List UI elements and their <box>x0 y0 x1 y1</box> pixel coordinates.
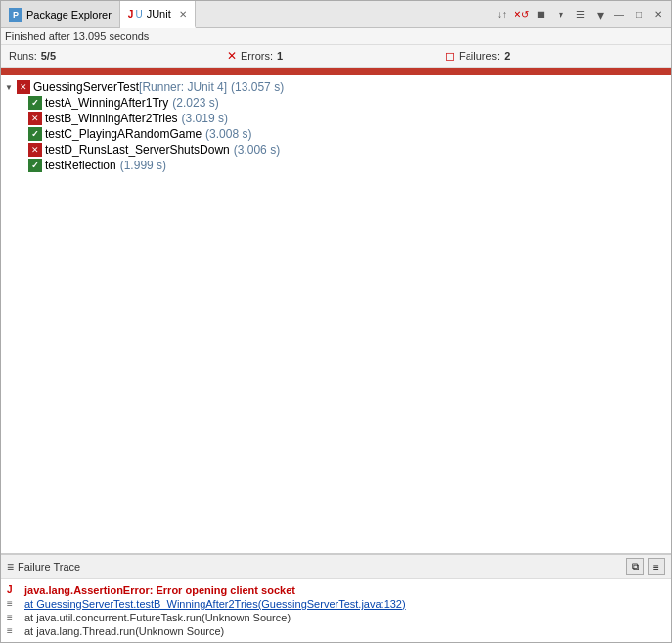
trace-line-text[interactable]: at GuessingServerTest.testB_WinningAfter… <box>24 598 406 610</box>
trace-line-text: java.lang.AssertionError: Error opening … <box>24 584 295 596</box>
toolbar-close-button[interactable]: ✕ <box>650 6 667 23</box>
failure-content: Jjava.lang.AssertionError: Error opening… <box>1 579 671 642</box>
toolbar-maximize-button[interactable]: □ <box>630 6 648 23</box>
test-tree[interactable]: ▼ ✕ GuessingServerTest [Runner: JUnit 4]… <box>1 75 671 554</box>
toolbar-rerun-button[interactable]: ↓↑ <box>493 6 511 23</box>
runs-label: Runs: <box>9 50 37 62</box>
test-item[interactable]: ✕testD_RunsLast_ServerShutsDown (3.006 s… <box>1 142 671 158</box>
junit-tab-icon-group: J U <box>128 9 143 20</box>
tab-package-explorer-label: Package Explorer <box>26 9 112 21</box>
failures-icon: ◻ <box>445 49 455 63</box>
failure-title-icon: ≡ <box>7 560 14 574</box>
suite-expand-icon[interactable]: ▼ <box>5 83 15 92</box>
failure-title-text: Failure Trace <box>18 561 80 573</box>
test-status-icon: ✓ <box>28 127 42 141</box>
package-explorer-icon: P <box>9 8 22 22</box>
test-status-icon: ✕ <box>28 143 42 157</box>
tab-junit-label: JUnit <box>147 8 171 20</box>
suite-time: (13.057 s) <box>231 80 284 94</box>
tab-bar: P Package Explorer J U JUnit ✕ ↓↑ ✕↺ ⏹ ▾… <box>1 1 671 28</box>
stat-failures: ◻ Failures: 2 <box>445 49 663 63</box>
trace-line[interactable]: ≡at GuessingServerTest.testB_WinningAfte… <box>7 597 665 611</box>
test-suite-row[interactable]: ▼ ✕ GuessingServerTest [Runner: JUnit 4]… <box>1 79 671 95</box>
trace-line-icon: ≡ <box>7 612 21 622</box>
stat-errors: ✕ Errors: 1 <box>227 49 445 63</box>
test-item[interactable]: ✓testC_PlayingARandomGame (3.008 s) <box>1 126 671 142</box>
failure-toolbar: ⧉ ≡ <box>626 558 665 575</box>
suite-name: GuessingServerTest <box>33 80 139 94</box>
trace-line-icon: J <box>7 584 21 595</box>
progress-bar <box>1 68 671 75</box>
tab-close-button[interactable]: ✕ <box>179 9 187 20</box>
suite-runner: [Runner: JUnit 4] <box>139 80 227 94</box>
trace-line-icon: ≡ <box>7 598 21 609</box>
failure-title: ≡ Failure Trace <box>7 560 80 574</box>
test-name: testA_WinningAfter1Try <box>45 96 168 110</box>
test-time: (2.023 s) <box>172 96 218 110</box>
failures-label: Failures: <box>459 50 500 62</box>
failure-header: ≡ Failure Trace ⧉ ≡ <box>1 555 671 579</box>
toolbar-menu-button[interactable]: ▾ <box>591 6 608 23</box>
junit-icon: J <box>128 9 134 20</box>
trace-line: ≡at java.util.concurrent.FutureTask.run(… <box>7 611 665 624</box>
toolbar-stop-button[interactable]: ⏹ <box>532 6 550 23</box>
trace-line-icon: ≡ <box>7 625 21 636</box>
failure-filter-button[interactable]: ≡ <box>648 558 665 575</box>
test-item[interactable]: ✓testA_WinningAfter1Try (2.023 s) <box>1 95 671 111</box>
runs-value: 5/5 <box>41 50 56 62</box>
test-status-icon: ✕ <box>28 112 42 125</box>
test-time: (3.019 s) <box>182 112 228 125</box>
failure-section: ≡ Failure Trace ⧉ ≡ Jjava.lang.Assertion… <box>1 554 671 642</box>
errors-value: 1 <box>277 50 283 62</box>
status-text: Finished after 13.095 seconds <box>5 30 149 42</box>
test-time: (1.999 s) <box>120 159 166 172</box>
test-status-icon: ✓ <box>28 159 42 172</box>
test-name: testC_PlayingARandomGame <box>45 127 202 141</box>
trace-line-text: at java.util.concurrent.FutureTask.run(U… <box>24 612 291 623</box>
toolbar-layout-button[interactable]: ☰ <box>571 6 589 23</box>
progress-bar-fill <box>1 68 671 75</box>
test-status-icon: ✓ <box>28 96 42 110</box>
toolbar-rerun-failed-button[interactable]: ✕↺ <box>513 6 530 23</box>
trace-line-text: at java.lang.Thread.run(Unknown Source) <box>24 625 224 637</box>
status-bar: Finished after 13.095 seconds <box>1 28 671 45</box>
trace-line: Jjava.lang.AssertionError: Error opening… <box>7 583 665 597</box>
stats-row: Runs: 5/5 ✕ Errors: 1 ◻ Failures: 2 <box>1 45 671 68</box>
test-name: testD_RunsLast_ServerShutsDown <box>45 143 230 157</box>
test-name: testReflection <box>45 159 116 172</box>
toolbar-history-button[interactable]: ▾ <box>552 6 569 23</box>
errors-label: Errors: <box>241 50 273 62</box>
tab-junit[interactable]: J U JUnit ✕ <box>120 1 196 28</box>
tab-package-explorer[interactable]: P Package Explorer <box>1 1 120 27</box>
stat-runs: Runs: 5/5 <box>9 50 227 62</box>
main-window: P Package Explorer J U JUnit ✕ ↓↑ ✕↺ ⏹ ▾… <box>0 0 672 643</box>
test-item[interactable]: ✓testReflection (1.999 s) <box>1 158 671 173</box>
suite-status-icon: ✕ <box>17 80 30 94</box>
toolbar-actions: ↓↑ ✕↺ ⏹ ▾ ☰ ▾ — □ ✕ <box>493 1 671 27</box>
failure-copy-button[interactable]: ⧉ <box>626 558 644 575</box>
test-item[interactable]: ✕testB_WinningAfter2Tries (3.019 s) <box>1 111 671 126</box>
errors-icon: ✕ <box>227 49 237 63</box>
test-time: (3.008 s) <box>205 127 251 141</box>
toolbar-minimize-button[interactable]: — <box>610 6 628 23</box>
test-name: testB_WinningAfter2Tries <box>45 112 178 125</box>
test-items-container: ✓testA_WinningAfter1Try (2.023 s)✕testB_… <box>1 95 671 173</box>
test-time: (3.006 s) <box>234 143 280 157</box>
junit-unit-icon: U <box>135 9 142 20</box>
failures-value: 2 <box>504 50 510 62</box>
trace-line: ≡at java.lang.Thread.run(Unknown Source) <box>7 624 665 638</box>
